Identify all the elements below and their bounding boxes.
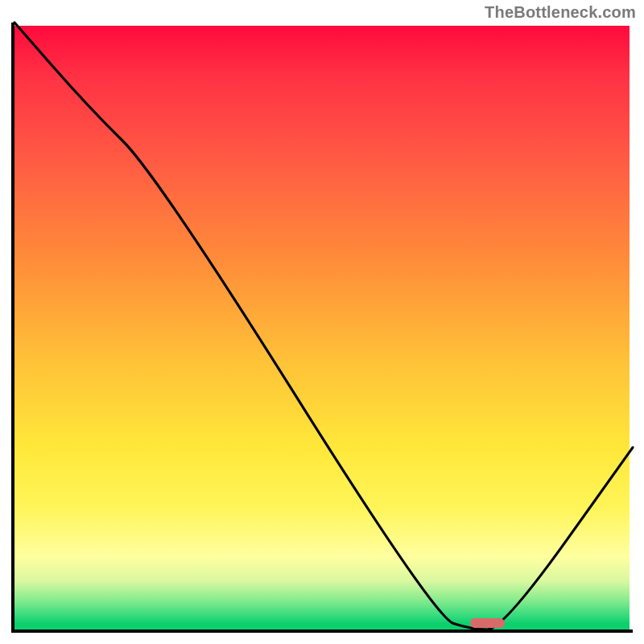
curve-svg [11, 23, 633, 633]
chart-wrapper: TheBottleneck.com [0, 0, 644, 644]
attribution-text: TheBottleneck.com [485, 3, 636, 22]
plot-area [11, 23, 633, 633]
optimal-marker [470, 618, 504, 628]
bottleneck-curve-path [14, 23, 633, 630]
